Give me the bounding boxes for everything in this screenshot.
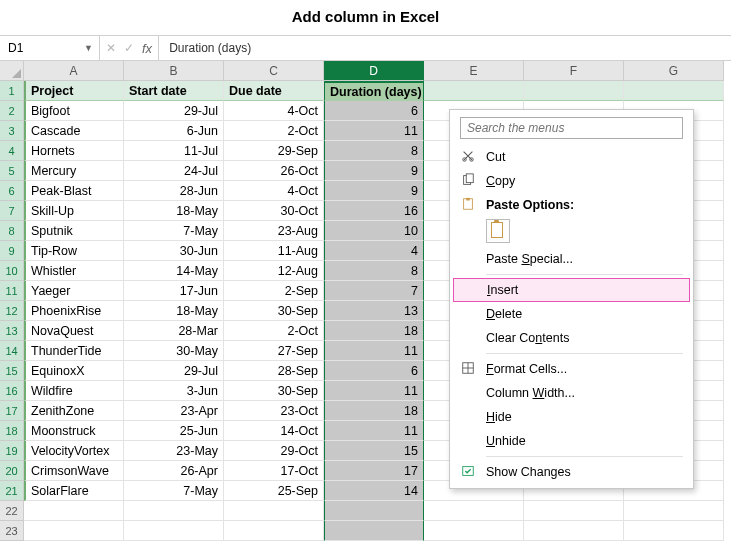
cell-due-date[interactable]: 4-Oct: [224, 101, 324, 121]
menu-clear-contents[interactable]: Clear Contents: [450, 326, 693, 350]
header-cell[interactable]: Duration (days): [324, 81, 424, 101]
cancel-icon[interactable]: ✕: [106, 41, 116, 55]
cell-due-date[interactable]: 30-Sep: [224, 381, 324, 401]
cell-project[interactable]: ZenithZone: [24, 401, 124, 421]
cell-due-date[interactable]: 4-Oct: [224, 181, 324, 201]
menu-unhide[interactable]: Unhide: [450, 429, 693, 453]
name-box[interactable]: D1 ▼: [0, 36, 100, 60]
cell-duration[interactable]: 11: [324, 381, 424, 401]
cell-project[interactable]: Whistler: [24, 261, 124, 281]
cell-duration[interactable]: 15: [324, 441, 424, 461]
cell-due-date[interactable]: 29-Oct: [224, 441, 324, 461]
cell-project[interactable]: Hornets: [24, 141, 124, 161]
menu-cut[interactable]: Cut: [450, 145, 693, 169]
row-header-19[interactable]: 19: [0, 441, 24, 461]
cell-empty[interactable]: [424, 501, 524, 521]
cell-start-date[interactable]: 26-Apr: [124, 461, 224, 481]
cell-duration[interactable]: 11: [324, 341, 424, 361]
cell-start-date[interactable]: 11-Jul: [124, 141, 224, 161]
cell-empty[interactable]: [24, 501, 124, 521]
cell-due-date[interactable]: 30-Oct: [224, 201, 324, 221]
row-header-13[interactable]: 13: [0, 321, 24, 341]
cell-due-date[interactable]: 29-Sep: [224, 141, 324, 161]
cell-start-date[interactable]: 7-May: [124, 221, 224, 241]
cell-due-date[interactable]: 28-Sep: [224, 361, 324, 381]
cell-start-date[interactable]: 23-May: [124, 441, 224, 461]
menu-copy[interactable]: Copy: [450, 169, 693, 193]
row-header-16[interactable]: 16: [0, 381, 24, 401]
cell-empty[interactable]: [224, 521, 324, 541]
cell-start-date[interactable]: 23-Apr: [124, 401, 224, 421]
cell-start-date[interactable]: 28-Mar: [124, 321, 224, 341]
cell-duration[interactable]: 7: [324, 281, 424, 301]
menu-hide[interactable]: Hide: [450, 405, 693, 429]
column-header-G[interactable]: G: [624, 61, 724, 81]
row-header-6[interactable]: 6: [0, 181, 24, 201]
menu-insert[interactable]: Insert: [453, 278, 690, 302]
row-header-17[interactable]: 17: [0, 401, 24, 421]
formula-input[interactable]: Duration (days): [159, 41, 261, 55]
row-header-1[interactable]: 1: [0, 81, 24, 101]
cell-empty[interactable]: [424, 521, 524, 541]
cell-project[interactable]: Yaeger: [24, 281, 124, 301]
row-header-14[interactable]: 14: [0, 341, 24, 361]
cell-due-date[interactable]: 30-Sep: [224, 301, 324, 321]
cell-empty[interactable]: [324, 501, 424, 521]
column-header-E[interactable]: E: [424, 61, 524, 81]
row-header-15[interactable]: 15: [0, 361, 24, 381]
column-header-B[interactable]: B: [124, 61, 224, 81]
menu-delete[interactable]: Delete: [450, 302, 693, 326]
row-header-8[interactable]: 8: [0, 221, 24, 241]
cell-project[interactable]: ThunderTide: [24, 341, 124, 361]
row-header-4[interactable]: 4: [0, 141, 24, 161]
cell-due-date[interactable]: 26-Oct: [224, 161, 324, 181]
column-header-D[interactable]: D: [324, 61, 424, 81]
cell-project[interactable]: Moonstruck: [24, 421, 124, 441]
cell-due-date[interactable]: 2-Oct: [224, 121, 324, 141]
row-header-23[interactable]: 23: [0, 521, 24, 541]
column-header-A[interactable]: A: [24, 61, 124, 81]
cell-project[interactable]: Mercury: [24, 161, 124, 181]
cell-duration[interactable]: 16: [324, 201, 424, 221]
header-cell[interactable]: Start date: [124, 81, 224, 101]
cell-due-date[interactable]: 27-Sep: [224, 341, 324, 361]
cell-empty[interactable]: [624, 521, 724, 541]
cell-due-date[interactable]: 2-Sep: [224, 281, 324, 301]
cell-start-date[interactable]: 7-May: [124, 481, 224, 501]
cell-start-date[interactable]: 6-Jun: [124, 121, 224, 141]
cell-empty[interactable]: [24, 521, 124, 541]
cell-duration[interactable]: 9: [324, 161, 424, 181]
menu-show-changes[interactable]: Show Changes: [450, 460, 693, 484]
cell-duration[interactable]: 11: [324, 121, 424, 141]
cell-due-date[interactable]: 14-Oct: [224, 421, 324, 441]
cell-project[interactable]: CrimsonWave: [24, 461, 124, 481]
cell-start-date[interactable]: 29-Jul: [124, 101, 224, 121]
cell-empty[interactable]: [624, 501, 724, 521]
cell-project[interactable]: Peak-Blast: [24, 181, 124, 201]
cell-duration[interactable]: 6: [324, 101, 424, 121]
cell-empty[interactable]: [124, 501, 224, 521]
cell-empty[interactable]: [224, 501, 324, 521]
select-all-corner[interactable]: [0, 61, 24, 81]
cell-due-date[interactable]: 23-Oct: [224, 401, 324, 421]
cell-project[interactable]: Skill-Up: [24, 201, 124, 221]
cell-duration[interactable]: 9: [324, 181, 424, 201]
header-cell[interactable]: [524, 81, 624, 101]
cell-project[interactable]: NovaQuest: [24, 321, 124, 341]
row-header-2[interactable]: 2: [0, 101, 24, 121]
cell-start-date[interactable]: 24-Jul: [124, 161, 224, 181]
cell-project[interactable]: SolarFlare: [24, 481, 124, 501]
cell-project[interactable]: Wildfire: [24, 381, 124, 401]
cell-empty[interactable]: [524, 501, 624, 521]
row-header-5[interactable]: 5: [0, 161, 24, 181]
cell-start-date[interactable]: 18-May: [124, 201, 224, 221]
cell-project[interactable]: Bigfoot: [24, 101, 124, 121]
cell-due-date[interactable]: 25-Sep: [224, 481, 324, 501]
header-cell[interactable]: Due date: [224, 81, 324, 101]
cell-project[interactable]: Cascade: [24, 121, 124, 141]
row-header-20[interactable]: 20: [0, 461, 24, 481]
cell-due-date[interactable]: 17-Oct: [224, 461, 324, 481]
row-header-3[interactable]: 3: [0, 121, 24, 141]
cell-duration[interactable]: 11: [324, 421, 424, 441]
row-header-21[interactable]: 21: [0, 481, 24, 501]
